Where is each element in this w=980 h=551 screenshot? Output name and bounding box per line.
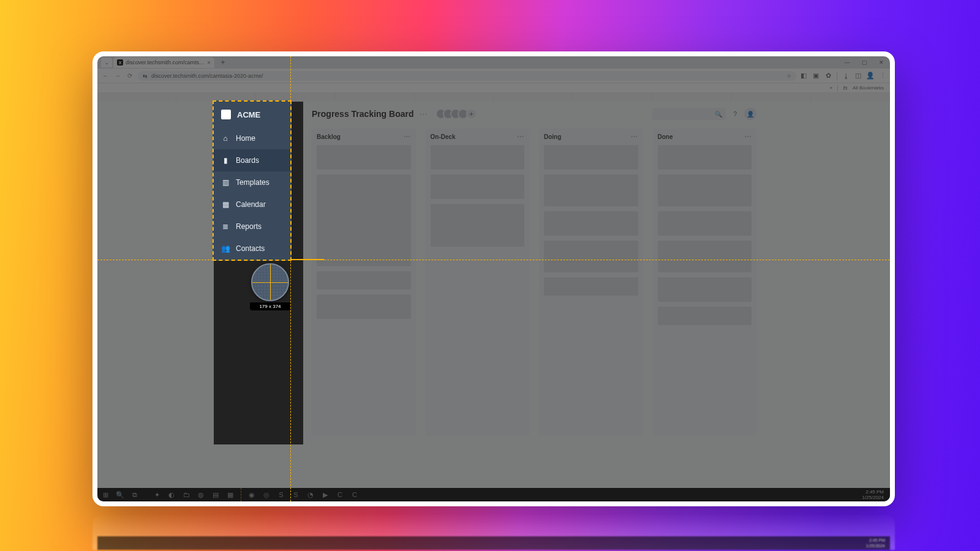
board-menu-icon[interactable]: ··· xyxy=(420,110,428,118)
column-title: On-Deck xyxy=(431,133,456,140)
window-maximize-button[interactable]: ▢ xyxy=(856,56,873,69)
address-bar[interactable]: ⇆ discover.techsmith.com/camtasia-2020-a… xyxy=(138,71,796,81)
extension-snagit-icon[interactable]: ▣ xyxy=(812,72,820,80)
board-card[interactable] xyxy=(317,271,411,290)
camtasia-icon[interactable]: C xyxy=(336,490,344,499)
calendar-icon: ▦ xyxy=(221,200,230,209)
browser-tab[interactable]: X discover.techsmith.com/camts… × xyxy=(113,57,214,68)
extension-icon[interactable]: ◧ xyxy=(800,72,807,80)
new-tab-button[interactable]: + xyxy=(218,58,228,67)
window-minimize-button[interactable]: — xyxy=(839,56,856,69)
taskbar-app-icon[interactable]: ◐ xyxy=(167,490,176,499)
board-card[interactable] xyxy=(317,145,411,170)
sidebar-item-home[interactable]: ⌂ Home xyxy=(214,127,290,149)
board-card[interactable] xyxy=(544,241,638,272)
board-card[interactable] xyxy=(544,277,638,296)
board-card[interactable] xyxy=(431,204,525,247)
bookmarks-sep xyxy=(837,85,838,91)
browser-toolbar: ← → ⟳ ⇆ discover.techsmith.com/camtasia-… xyxy=(97,69,890,83)
board-card[interactable] xyxy=(431,145,525,170)
taskbar-app-icon[interactable]: ▤ xyxy=(211,490,220,499)
sidebar-item-label: Boards xyxy=(236,156,259,165)
board-card[interactable] xyxy=(658,277,752,302)
column-doing: Doing ··· xyxy=(539,129,643,436)
sidebar-item-calendar[interactable]: ▦ Calendar xyxy=(214,193,290,216)
board-search-input[interactable]: 🔍 xyxy=(652,108,726,120)
reports-icon: ≣ xyxy=(221,222,230,231)
window-close-button[interactable]: ✕ xyxy=(873,56,890,69)
taskbar-app-ociuo-[interactable]: ◍ xyxy=(197,490,205,499)
board-card[interactable] xyxy=(317,294,411,319)
sidebar-item-reports[interactable]: ≣ Reports xyxy=(214,216,290,238)
board-card[interactable] xyxy=(658,174,752,206)
all-bookmarks-button[interactable]: All Bookmarks xyxy=(853,85,884,91)
toolbar-separator xyxy=(837,72,837,80)
nav-reload-button[interactable]: ⟳ xyxy=(126,72,134,79)
site-info-icon[interactable]: ⇆ xyxy=(143,73,148,79)
board-card[interactable] xyxy=(317,174,411,266)
system-tray-clock[interactable]: 2:45 PM 1/25/2024 xyxy=(862,489,886,500)
task-view-icon[interactable]: ⧉ xyxy=(130,490,139,499)
column-menu-icon[interactable]: ··· xyxy=(745,133,752,140)
extensions-puzzle-icon[interactable]: ✿ xyxy=(824,72,832,80)
board-card[interactable] xyxy=(658,211,752,236)
workspace-brand[interactable]: ACME xyxy=(214,102,290,127)
camtasia-rec-icon[interactable]: C xyxy=(350,490,359,499)
board-card[interactable] xyxy=(544,145,638,170)
column-done: Done ··· xyxy=(653,129,757,436)
taskbar-search-icon[interactable]: 🔍 xyxy=(116,490,124,499)
taskbar-app-icon[interactable]: ▶ xyxy=(321,490,330,499)
spotify-icon[interactable]: ◉ xyxy=(247,490,256,499)
help-button[interactable]: ? xyxy=(731,110,739,118)
acme-app-shell: ACME ⌂ Home ▮ Boards ▥ Templates xyxy=(214,102,765,444)
tab-search-dropdown[interactable]: ⌄ xyxy=(101,58,112,67)
board-card[interactable] xyxy=(658,307,752,325)
nav-forward-button[interactable]: → xyxy=(113,72,122,79)
search-icon: 🔍 xyxy=(715,111,722,118)
board-main: Progress Tracking Board ··· + 🔍 xyxy=(303,102,765,444)
window-controls: — ▢ ✕ xyxy=(839,56,890,69)
sidebar-item-contacts[interactable]: 👥 Contacts xyxy=(214,238,290,260)
sidepanel-icon[interactable]: ◫ xyxy=(854,72,862,80)
board-card[interactable] xyxy=(544,211,638,236)
page-top-tabs-placeholder xyxy=(97,93,890,102)
column-menu-icon[interactable]: ··· xyxy=(404,133,410,140)
browser-menu-icon[interactable]: ⋮ xyxy=(879,72,886,80)
board-card[interactable] xyxy=(431,174,525,199)
nav-back-button[interactable]: ← xyxy=(101,72,110,79)
workspace-name: ACME xyxy=(237,110,260,119)
folder-icon: 🗀 xyxy=(843,85,848,91)
downloads-icon[interactable]: ⭳ xyxy=(842,72,850,80)
person-icon: 👤 xyxy=(747,111,754,118)
column-menu-icon[interactable]: ··· xyxy=(518,133,524,140)
file-explorer-icon[interactable]: 🗀 xyxy=(182,490,190,499)
profile-avatar-icon[interactable]: 👤 xyxy=(867,72,874,80)
snagit-icon[interactable]: S xyxy=(277,490,285,499)
sidebar-item-label: Contacts xyxy=(236,244,265,253)
board-columns: Backlog ··· On-Deck ··· xyxy=(303,126,765,444)
taskbar-app-icon[interactable] xyxy=(241,488,241,501)
taskbar-app-icon[interactable]: ▦ xyxy=(226,490,235,499)
taskbar-app-icon[interactable]: ◔ xyxy=(306,490,315,499)
tab-close-button[interactable]: × xyxy=(207,59,211,66)
snagit-editor-icon[interactable]: S xyxy=(292,490,300,499)
bookmarks-overflow-icon[interactable]: » xyxy=(829,85,832,91)
board-header: Progress Tracking Board ··· + 🔍 xyxy=(303,102,765,126)
board-card[interactable] xyxy=(658,145,752,170)
board-card[interactable] xyxy=(544,174,638,206)
column-title: Backlog xyxy=(317,133,341,140)
bookmark-star-icon[interactable]: ☆ xyxy=(786,73,791,79)
board-card[interactable] xyxy=(658,241,752,272)
taskbar-app-icon[interactable]: ◎ xyxy=(262,490,271,499)
sidebar-item-templates[interactable]: ▥ Templates xyxy=(214,171,290,193)
home-icon: ⌂ xyxy=(221,134,230,143)
start-button[interactable]: ⊞ xyxy=(101,490,110,499)
page-viewport: ACME ⌂ Home ▮ Boards ▥ Templates xyxy=(97,93,890,488)
windows-taskbar: ⊞ 🔍 ⧉ ✦ ◐ 🗀 ◍ ▤ ▦ ◉ ◎ S S ◔ ▶ C C 2:45 P… xyxy=(97,488,890,501)
column-menu-icon[interactable]: ··· xyxy=(631,133,638,140)
taskbar-app-icon[interactable]: ✦ xyxy=(153,490,161,499)
user-avatar[interactable]: 👤 xyxy=(744,108,756,120)
sidebar-item-label: Home xyxy=(236,134,255,143)
add-member-button[interactable]: + xyxy=(466,108,477,119)
sidebar-item-boards[interactable]: ▮ Boards xyxy=(214,149,290,171)
